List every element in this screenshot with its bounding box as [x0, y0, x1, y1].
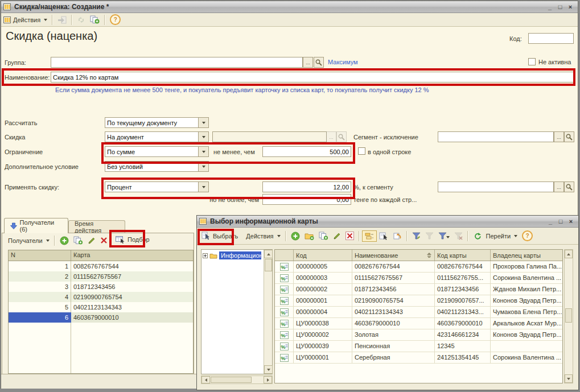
column-header-n[interactable]: N: [9, 250, 71, 261]
dialog-maximize-button[interactable]: □: [556, 217, 566, 226]
edit-row-button[interactable]: [85, 236, 98, 246]
dialog-help-button[interactable]: ?: [520, 229, 535, 242]
segment-exclusion-search-button[interactable]: [564, 131, 574, 142]
cards-vertical-scrollbar[interactable]: [564, 249, 573, 383]
recipient-row[interactable]: 10082676767544: [9, 261, 193, 271]
card-owner: Кононов Эдуард Петр...: [491, 295, 562, 307]
card-row[interactable]: % ЦУ000003846036790000104603679000010Арк…: [275, 318, 562, 329]
app-grid-icon: [3, 3, 11, 10]
apply-dropdown[interactable]: Процент: [105, 181, 209, 192]
card-row[interactable]: % ЦУ0000001Серебряная241251354145Сорокин…: [275, 352, 562, 364]
copy-row-button[interactable]: [71, 235, 85, 246]
card-number: 423146661234: [435, 329, 491, 341]
extra-condition-dropdown[interactable]: Без условий: [105, 161, 209, 172]
mark-delete-button[interactable]: [343, 230, 356, 241]
dialog-refresh-button[interactable]: [471, 231, 484, 241]
discount-dropdown[interactable]: На документ: [105, 131, 209, 142]
filter-settings-button[interactable]: [410, 231, 423, 241]
actions-menu-button[interactable]: Действия: [11, 15, 50, 24]
percent-card-icon: %: [280, 331, 289, 339]
group-dots-button[interactable]: ...: [303, 57, 313, 68]
dialog-actions-menu-button[interactable]: Действия: [244, 232, 282, 241]
add-row-button[interactable]: [57, 235, 71, 246]
pick-button[interactable]: Подбор: [113, 234, 152, 245]
maximum-link[interactable]: Максимум: [328, 59, 358, 65]
name-field[interactable]: [51, 72, 574, 82]
dialog-edit-button[interactable]: [331, 231, 343, 241]
card-row[interactable]: % 00000000102190900765754021909007657...…: [275, 295, 562, 307]
card-row[interactable]: % 00000000500826767675440082676767544Про…: [275, 261, 562, 273]
tree-item-info-cards[interactable]: Информационны: [219, 251, 261, 259]
dialog-close-button[interactable]: ×: [566, 217, 576, 226]
card-name: 04021123134343: [352, 307, 435, 318]
card-number: 4603679000010: [435, 318, 491, 329]
add-group-button[interactable]: [302, 231, 316, 241]
tree-expander-icon[interactable]: [203, 253, 208, 258]
disable-filter-button[interactable]: [452, 231, 465, 241]
goto-menu-button[interactable]: Перейти: [484, 232, 520, 241]
limit-amount-field[interactable]: [262, 146, 351, 157]
tree-horizontal-scrollbar[interactable]: [201, 376, 273, 384]
recipient-row[interactable]: 3018712343456: [9, 282, 193, 292]
column-header-card[interactable]: Карта: [71, 250, 193, 261]
tab-validity-period[interactable]: Время действия: [68, 220, 125, 233]
close-button[interactable]: ×: [565, 3, 575, 11]
recipient-row[interactable]: 201115627675567: [9, 271, 193, 282]
recipients-menu-button[interactable]: Получатели: [6, 236, 52, 245]
limit-label: Ограничение: [5, 148, 43, 155]
dialog-add-button[interactable]: [289, 230, 302, 242]
maximize-button[interactable]: □: [555, 3, 565, 11]
segment-exclusion-dots-button[interactable]: ...: [554, 131, 564, 142]
tab-recipients[interactable]: Получатели (6): [4, 218, 68, 233]
limit-dropdown[interactable]: По сумме: [105, 146, 209, 157]
code-field[interactable]: [528, 33, 574, 44]
inactive-checkbox[interactable]: [528, 58, 536, 65]
discount-hint-text: Если сумма документа не менее 500 тенге,…: [55, 86, 429, 93]
save-button[interactable]: [55, 15, 69, 25]
move-up-level-button[interactable]: [390, 231, 404, 241]
calc-dropdown[interactable]: По текущему документу: [105, 117, 209, 128]
delete-row-button[interactable]: [98, 236, 110, 245]
max-amount-field[interactable]: [262, 194, 351, 205]
apply-segment-field[interactable]: [438, 181, 554, 192]
copy-button[interactable]: [88, 14, 102, 25]
help-button[interactable]: ?: [108, 13, 123, 26]
group-search-button[interactable]: [314, 57, 324, 68]
column-header-code[interactable]: Код: [294, 250, 352, 261]
recipients-toolbar: Получатели: [3, 233, 191, 247]
column-header-name[interactable]: Наименование: [352, 250, 435, 261]
card-row[interactable]: % ЦУ0000039Пенсионная12345: [275, 341, 562, 352]
filter-by-value-button[interactable]: [436, 231, 452, 241]
apply-segment-search-button[interactable]: [564, 181, 574, 192]
select-button[interactable]: Выбрать: [199, 230, 240, 241]
apply-amount-field[interactable]: [262, 181, 351, 192]
card-number: 0082676767544: [435, 261, 491, 273]
group-field[interactable]: [51, 57, 303, 68]
refresh-button[interactable]: [75, 15, 88, 25]
dialog-title: Выбор информационной карты: [210, 217, 318, 225]
dialog-minimize-button[interactable]: _: [545, 217, 556, 226]
column-header-card-code[interactable]: Код карты: [435, 250, 491, 261]
up-level-icon: [393, 232, 402, 240]
card-row[interactable]: % 00000000301115627675567011156276755...…: [275, 273, 562, 284]
card-name: Серебряная: [352, 352, 435, 364]
filter-history-button[interactable]: [423, 231, 436, 241]
one-line-checkbox[interactable]: [358, 147, 365, 155]
tree-vertical-scrollbar[interactable]: [264, 250, 272, 374]
minimize-button[interactable]: _: [545, 3, 555, 11]
apply-segment-dots-button[interactable]: ...: [554, 181, 564, 192]
list-view-button[interactable]: [377, 231, 390, 241]
hierarchy-view-button[interactable]: [362, 230, 377, 242]
segment-exclusion-field[interactable]: [438, 131, 554, 142]
dialog-copy-button[interactable]: [316, 230, 331, 241]
recipient-row[interactable]: 402190900765754: [9, 292, 193, 302]
form-grid-icon: [3, 16, 11, 23]
card-row[interactable]: % 00000000404021123134343040211231343...…: [275, 307, 562, 318]
card-row[interactable]: % ЦУ0000002Золотая423146661234Кононов Эд…: [275, 329, 562, 341]
column-header-owner[interactable]: Владелец карты: [491, 250, 562, 261]
card-number: 040211231343...: [435, 307, 491, 318]
card-row[interactable]: % 000000002018712343456018712343456Ждано…: [275, 284, 562, 295]
recipient-card: 4603679000010: [71, 312, 193, 323]
recipient-row[interactable]: 504021123134343: [9, 302, 193, 312]
recipient-row[interactable]: 64603679000010: [9, 312, 193, 323]
